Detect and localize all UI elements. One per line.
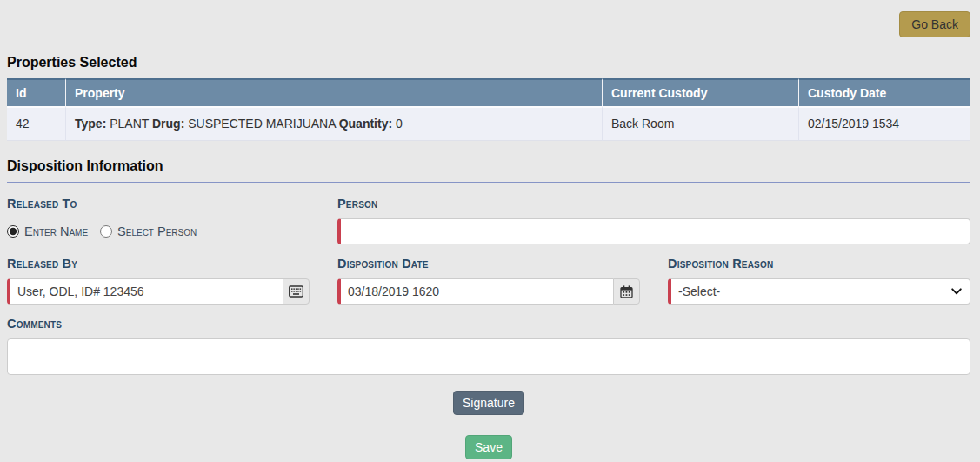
cell-property: Type: PLANT Drug: SUSPECTED MARIJUANA Qu… (65, 106, 602, 141)
disposition-date-label: Disposition Date (337, 257, 640, 271)
comments-input[interactable] (7, 338, 970, 375)
property-drug-value: SUSPECTED MARIJUANA (184, 117, 338, 131)
table-row: 42 Type: PLANT Drug: SUSPECTED MARIJUANA… (7, 106, 970, 141)
header-property: Property (65, 78, 602, 106)
released-by-input-group (7, 278, 310, 305)
disposition-date-input-group (337, 278, 640, 305)
radio-option-enter-name[interactable]: Enter Name (7, 224, 88, 238)
property-quantity-value: 0 (392, 117, 403, 131)
released-by-field: Released By (7, 244, 310, 305)
disposition-date-input[interactable] (337, 278, 613, 305)
header-custody-date: Custody Date (798, 78, 970, 106)
cell-id: 42 (7, 106, 65, 141)
person-field: Person (337, 184, 970, 244)
released-to-radio-group: Enter Name Select Person (7, 218, 310, 238)
keyboard-addon-button[interactable] (283, 278, 310, 305)
released-by-label: Released By (7, 257, 310, 271)
signature-button[interactable]: Signature (453, 391, 524, 415)
properties-table: Id Property Current Custody Custody Date… (7, 78, 970, 141)
disposition-information-title: Disposition Information (7, 158, 970, 174)
released-to-label: Released To (7, 197, 310, 211)
comments-label: Comments (7, 317, 970, 331)
form-actions: Signature Save (7, 375, 970, 459)
disposition-reason-select[interactable]: -Select- (668, 278, 970, 305)
calendar-icon (620, 285, 633, 298)
property-quantity-label: Quantity: (339, 117, 392, 131)
radio-option-select-person[interactable]: Select Person (100, 224, 197, 238)
save-button[interactable]: Save (465, 435, 512, 459)
disposition-form: Released To Enter Name Select Person Per… (7, 184, 970, 375)
header-id: Id (7, 78, 65, 106)
select-person-radio-label: Select Person (117, 224, 197, 238)
released-to-field: Released To Enter Name Select Person (7, 184, 310, 244)
property-drug-label: Drug: (152, 117, 184, 131)
comments-field: Comments (7, 305, 970, 375)
disposition-date-field: Disposition Date (337, 244, 640, 305)
cell-custody-date: 02/15/2019 1534 (798, 106, 970, 141)
property-type-label: Type: (75, 117, 106, 131)
enter-name-radio[interactable] (7, 225, 19, 238)
properties-table-header-row: Id Property Current Custody Custody Date (7, 78, 970, 106)
released-by-input[interactable] (7, 278, 283, 305)
disposition-reason-label: Disposition Reason (668, 257, 970, 271)
disposition-page: Go Back Properties Selected Id Property … (0, 0, 980, 459)
person-input[interactable] (337, 218, 970, 244)
calendar-addon-button[interactable] (613, 278, 640, 305)
keyboard-icon (289, 285, 303, 298)
select-person-radio[interactable] (100, 225, 112, 238)
disposition-reason-select-wrap: -Select- (668, 278, 970, 305)
property-type-value: PLANT (106, 117, 152, 131)
properties-selected-title: Properties Selected (7, 55, 970, 70)
person-label: Person (337, 197, 970, 211)
header-current-custody: Current Custody (602, 78, 798, 106)
cell-current-custody: Back Room (602, 106, 798, 141)
top-bar: Go Back (7, 0, 970, 37)
go-back-button[interactable]: Go Back (899, 11, 970, 37)
enter-name-radio-label: Enter Name (24, 224, 88, 238)
disposition-reason-field: Disposition Reason -Select- (668, 244, 970, 305)
section-divider (7, 182, 970, 183)
